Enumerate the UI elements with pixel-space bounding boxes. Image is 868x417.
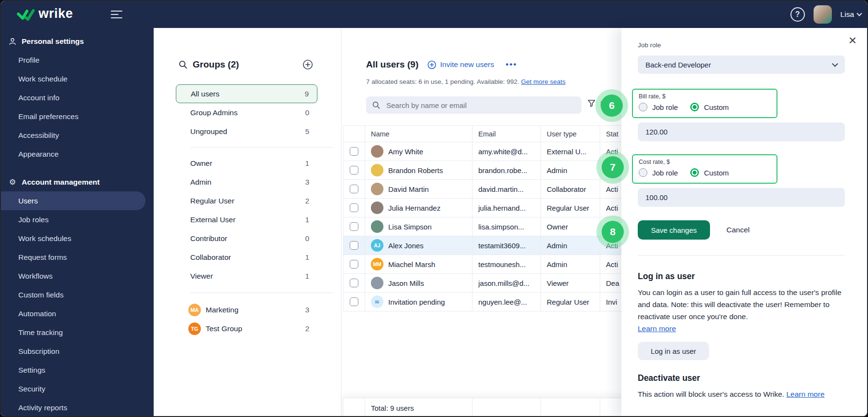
cost-rate-input[interactable]: 100.00 [638,188,845,207]
col-header-name[interactable]: Name [365,126,473,142]
col-header-email[interactable]: Email [473,126,541,142]
sidebar-item[interactable]: Profile [1,51,154,69]
brand-text: wrike [39,6,73,21]
bill-rate-jobrole-option[interactable]: Job role [639,103,678,111]
login-as-user-button[interactable]: Log in as user [638,342,709,360]
job-role-select[interactable]: Back-end Developer [638,55,845,74]
more-options-button[interactable]: ••• [506,60,517,69]
sidebar-item[interactable]: Work schedules [1,229,154,248]
invite-new-users-button[interactable]: Invite new users [427,60,494,69]
role-item[interactable]: Collaborator 1 [176,248,317,267]
sidebar-item[interactable]: Work schedule [1,69,154,88]
radio-on-icon[interactable] [690,103,699,111]
user-email-cell: david.martin... [473,180,541,198]
role-item[interactable]: Owner 1 [176,154,317,173]
row-checkbox[interactable] [350,147,358,156]
team-item[interactable]: TG Test Group 2 [176,319,317,338]
sidebar-item[interactable]: Accessibility [1,126,154,145]
wrike-logo[interactable]: wrike [17,8,73,21]
sidebar-item[interactable]: Request forms [1,248,154,267]
bill-rate-input[interactable]: 120.00 [638,122,845,141]
search-input[interactable] [385,101,568,110]
sidebar-item[interactable]: Automation [1,304,154,323]
group-item[interactable]: Group Admins 0 [176,103,317,122]
groups-roles-list: Owner 1 Admin 3 Regular User 2 Exte [154,154,341,285]
group-item[interactable]: All users 9 [176,84,317,103]
section-title: Account management [22,178,100,187]
user-name-cell: Alex Jones [388,242,423,250]
sidebar-item[interactable]: Subscription [1,342,154,361]
plus-circle-icon [427,60,436,69]
row-avatar [371,277,383,289]
col-header-type[interactable]: User type [541,126,600,142]
role-item[interactable]: Admin 3 [176,173,317,191]
group-item[interactable]: Ungrouped 5 [176,122,317,141]
cost-rate-jobrole-option[interactable]: Job role [639,168,678,177]
user-menu[interactable]: Lisa [841,10,861,19]
team-count: 2 [305,324,309,333]
role-item[interactable]: Viewer 1 [176,267,317,285]
row-checkbox[interactable] [350,241,358,250]
role-count: 2 [305,197,309,205]
role-item[interactable]: Regular User 2 [176,191,317,210]
learn-more-link[interactable]: Learn more [638,323,676,335]
team-item[interactable]: MA Marketing 3 [176,300,317,319]
deactivate-user-heading: Deactivate user [638,373,700,383]
table-row[interactable]: Julia Hernandez julia.hernand... Regular… [343,199,658,217]
table-row[interactable]: MM Miachel Marsh testmounesh... Admin Ac… [343,255,658,274]
row-checkbox[interactable] [350,185,358,193]
row-checkbox[interactable] [350,166,358,175]
radio-on-icon[interactable] [690,168,699,177]
sidebar-item[interactable]: Job roles [1,210,154,229]
sidebar-item[interactable]: Custom fields [1,285,154,304]
section-personal-settings[interactable]: Personal settings [1,32,154,51]
user-type-cell: Collaborator [541,180,600,198]
team-avatar: MA [188,304,201,316]
sidebar-item[interactable]: Security [1,379,154,398]
help-icon[interactable]: ? [790,7,805,22]
radio-off-icon[interactable] [639,103,647,111]
sidebar-item[interactable]: Activity reports [1,398,154,417]
cancel-button[interactable]: Cancel [723,220,752,240]
search-icon[interactable] [178,60,188,69]
sidebar-item[interactable]: Account info [1,88,154,107]
search-icon [372,101,381,109]
add-group-icon[interactable] [302,59,313,70]
row-checkbox[interactable] [350,279,358,287]
user-search[interactable] [366,96,581,114]
bill-rate-custom-option[interactable]: Custom [690,103,729,111]
close-icon[interactable]: × [849,34,856,47]
row-checkbox[interactable] [350,260,358,269]
table-row[interactable]: Jason Mills jason.mills@d... Viewer Dea [343,274,658,293]
learn-more-link[interactable]: Learn more [786,390,824,398]
user-name-label: Lisa [841,10,854,19]
user-type-cell: Viewer [541,274,600,292]
deactivate-user-description: This action will block user's access to … [638,388,851,400]
hamburger-menu-icon[interactable] [111,8,122,21]
role-count: 1 [305,215,309,224]
annotation-step-7: 7 [596,151,629,184]
row-checkbox[interactable] [350,222,358,231]
sidebar-item[interactable]: Appearance [1,145,154,163]
sidebar-item[interactable]: Settings [1,361,154,379]
save-changes-button[interactable]: Save changes [638,220,710,240]
table-row[interactable]: ✉ Invitation pending nguyen.lee@... Regu… [343,293,658,311]
job-role-label: Job role [638,41,661,49]
section-account-management[interactable]: ⚙ Account management [1,173,154,191]
row-checkbox[interactable] [350,297,358,306]
group-count: 0 [305,108,309,117]
cost-rate-custom-option[interactable]: Custom [690,168,729,177]
user-email-cell: jason.mills@d... [473,274,541,292]
role-item[interactable]: Contributor 0 [176,229,317,248]
row-checkbox[interactable] [350,203,358,212]
user-avatar[interactable] [814,5,832,24]
radio-off-icon[interactable] [639,168,647,177]
user-type-cell: Admin [541,161,600,179]
sidebar-item[interactable]: Time tracking [1,323,154,342]
get-more-seats-link[interactable]: Get more seats [521,78,566,85]
sidebar-item[interactable]: Workflows [1,267,154,285]
sidebar-item[interactable]: Users [1,191,145,210]
sidebar-item[interactable]: Email preferences [1,107,154,126]
role-item[interactable]: External User 1 [176,210,317,229]
groups-title: Groups (2) [193,59,239,70]
